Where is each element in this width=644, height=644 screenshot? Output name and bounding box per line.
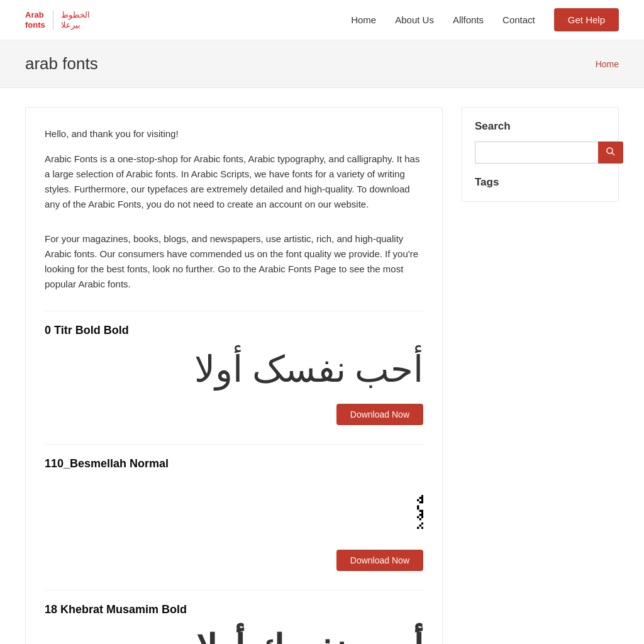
font-preview-1: أحب نفسک أولا (45, 347, 423, 391)
calligraphy-svg: بسم الله الرحمن الرحيم ﷺ (84, 480, 423, 537)
font-title-2: 110_Besmellah Normal (45, 457, 423, 470)
logo: Arabfonts الخطوطبيرعلا (25, 10, 90, 30)
logo-arabic: الخطوطبيرعلا (61, 10, 90, 30)
font-preview-3: أحب نفسك أولا (45, 626, 423, 644)
nav-allfonts[interactable]: Allfonts (453, 14, 484, 25)
search-widget-title: Search (475, 120, 606, 133)
download-button-1[interactable]: Download Now (336, 404, 423, 425)
breadcrumb-home[interactable]: Home (596, 59, 619, 69)
font-arabic-preview-3: أحب نفسك أولا (196, 627, 423, 644)
main-nav: Home About Us Allfonts Contact Get Help (351, 8, 619, 31)
font-preview-2: بسم الله الرحمن الرحيم ﷺ (45, 480, 423, 537)
svg-point-1 (607, 148, 613, 153)
main-container: Hello, and thank you for visiting! Arabi… (0, 88, 644, 644)
font-section-1: 0 Titr Bold Bold أحب نفسک أولا Download … (45, 311, 423, 425)
download-button-2[interactable]: Download Now (336, 550, 423, 571)
page-title: arab fonts (25, 54, 98, 74)
search-icon (606, 147, 616, 157)
search-widget: Search Tags (462, 107, 619, 202)
get-help-button[interactable]: Get Help (554, 8, 619, 31)
intro-paragraph-1: Arabic Fonts is a one-stop-shop for Arab… (45, 152, 423, 212)
nav-about[interactable]: About Us (395, 14, 434, 25)
intro-paragraph-2: For your magazines, books, blogs, and ne… (45, 231, 423, 292)
search-row (475, 142, 606, 164)
download-row-1: Download Now (45, 404, 423, 425)
font-title-1: 0 Titr Bold Bold (45, 324, 423, 337)
sidebar: Search Tags (462, 107, 619, 644)
logo-text-arabic: الخطوطبيرعلا (61, 10, 90, 30)
logo-divider (53, 11, 53, 30)
logo-english: Arabfonts (25, 10, 45, 30)
svg-line-2 (612, 153, 614, 155)
font-title-3: 18 Khebrat Musamim Bold (45, 603, 423, 616)
search-button[interactable] (598, 142, 623, 164)
greeting-text: Hello, and thank you for visiting! (45, 126, 423, 142)
font-section-2: 110_Besmellah Normal بسم الله الرحمن الر… (45, 444, 423, 571)
font-arabic-preview-1: أحب نفسک أولا (194, 348, 423, 391)
content-area: Hello, and thank you for visiting! Arabi… (25, 107, 443, 644)
font-section-3: 18 Khebrat Musamim Bold أحب نفسك أولا (45, 590, 423, 644)
page-title-bar: arab fonts Home (0, 40, 644, 88)
download-row-2: Download Now (45, 550, 423, 571)
tags-title: Tags (475, 176, 606, 189)
nav-contact[interactable]: Contact (502, 14, 535, 25)
logo-text: Arabfonts (25, 10, 45, 30)
svg-text:بسم الله الرحمن الرحيم ﷺ: بسم الله الرحمن الرحيم ﷺ (417, 494, 423, 532)
search-input[interactable] (475, 142, 598, 164)
nav-home[interactable]: Home (351, 14, 376, 25)
header: Arabfonts الخطوطبيرعلا Home About Us All… (0, 0, 644, 40)
